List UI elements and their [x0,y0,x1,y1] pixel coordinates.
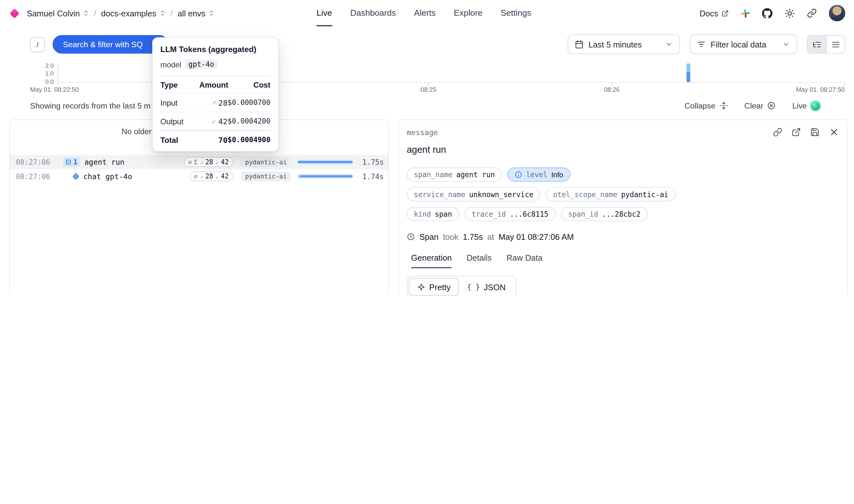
tokens-chip[interactable]: ⊘ ↗ 28 ↙ 42 [189,172,233,181]
clock-icon [407,233,415,241]
time-range-select[interactable]: Last 5 minutes [568,34,680,54]
slash-shortcut-key[interactable]: / [30,37,45,52]
filter-local-data-select[interactable]: Filter local data [690,34,797,54]
clear-button[interactable]: Clear [745,101,776,110]
col-cost: Cost [228,80,270,89]
top-nav: Samuel Colvin / docs-examples / all envs… [0,0,854,26]
span-name: chat gpt-4o [83,172,132,180]
tab-generation[interactable]: Generation [411,253,452,268]
share-link-icon[interactable] [807,8,817,18]
chevrons-up-down-icon [159,10,165,16]
breadcrumb-project[interactable]: docs-examples [101,8,166,18]
breadcrumb: Samuel Colvin / docs-examples / all envs [9,8,215,18]
span-duration-line: Span took 1.75s at May 01 08:27:06 AM [407,232,839,241]
children-count-badge[interactable]: 1 [63,157,80,167]
flat-view-button[interactable] [826,36,845,53]
tokens-chip[interactable]: ⊘ Σ ↗ 28 ↙ 42 [184,157,233,167]
json-label: JSON [484,282,506,291]
kind-chip[interactable]: kind span [407,207,459,221]
col-type: Type [161,80,196,89]
docs-link[interactable]: Docs [699,8,729,18]
duration-bar[interactable] [297,174,353,179]
x-tick-label: 08:25 [416,86,441,93]
search-filter-button[interactable]: Search & filter with SQ [53,35,168,54]
span-id-chip[interactable]: span_id ...28cbc2 [561,207,648,221]
fold-vertical-icon [719,101,728,110]
output-tokens: 42 [221,158,229,166]
scope-tag[interactable]: pydantic-ai [241,172,291,181]
slack-icon[interactable] [741,8,750,18]
nav-tab-settings[interactable]: Settings [501,0,531,26]
org-name: Samuel Colvin [27,8,80,18]
pretty-view-button[interactable]: Pretty [409,278,459,296]
service-name-chip[interactable]: service_name unknown_service [407,187,541,201]
attr-value: ...6c8115 [510,210,548,218]
docs-label: Docs [699,8,718,18]
attr-key: trace_id [472,210,506,218]
duration-bar[interactable] [297,160,353,164]
timeline-bar[interactable] [686,64,690,82]
x-tick-label: May 01. 08:22:50 [30,86,79,93]
duration-text: 1.75s [359,158,384,166]
chevrons-up-down-icon [208,10,215,16]
trace-id-chip[interactable]: trace_id ...6c8115 [465,207,556,221]
attr-key: span_id [568,210,598,218]
save-icon[interactable] [810,127,820,137]
x-axis-tick [428,83,429,85]
row-amount: 42 [218,117,228,126]
x-tick-label: 08:26 [599,86,624,93]
user-avatar[interactable] [829,5,845,21]
tooltip-title: LLM Tokens (aggregated) [161,45,271,54]
status-row: Showing records from the last 5 m Collap… [0,99,854,112]
collapse-children-icon [66,159,71,165]
detail-header-actions [773,127,839,138]
records-timeline-chart: 2.0 1.0 0.0 May 01. 08:22:50 08:25 08:26… [0,58,854,91]
chevron-down-icon [782,40,790,48]
close-icon[interactable] [829,127,839,138]
breadcrumb-org[interactable]: Samuel Colvin [27,8,89,18]
nav-tab-dashboards[interactable]: Dashboards [350,0,396,26]
detail-tabs: Generation Details Raw Data [407,253,839,268]
filter-local-data-value: Filter local data [710,40,766,49]
breadcrumb-env[interactable]: all envs [178,8,215,18]
github-icon[interactable] [762,8,773,18]
collapse-button[interactable]: Collapse [685,101,728,110]
tree-view-button[interactable] [807,36,826,53]
input-arrow-icon: ↗ [212,100,216,106]
attribute-chip-row: span_name agent run level Info [407,167,839,182]
live-toggle[interactable]: Live [792,101,820,110]
attr-value: unknown_service [469,191,533,199]
attr-value: Info [551,170,563,179]
tab-raw-data[interactable]: Raw Data [506,253,542,268]
nav-tab-alerts[interactable]: Alerts [414,0,436,26]
json-view-button[interactable]: { } JSON [459,278,514,296]
trace-row-chat-gpt-4o[interactable]: 08:27:06 chat gpt-4o ⊘ ↗ 28 ↙ 42 pydanti… [10,169,388,183]
sparkles-icon [417,283,425,291]
pretty-label: Pretty [429,282,451,291]
x-tick-label: May 01. 08:27:50 [796,86,845,93]
trace-row-agent-run[interactable]: 08:27:06 1 agent run ⊘ Σ ↗ 28 ↙ 42 pyda [10,155,388,169]
tree-connector [74,167,79,174]
status-actions: Collapse Clear Live [685,101,820,110]
level-chip[interactable]: level Info [507,167,570,182]
y-tick: 1.0 [33,70,54,76]
y-tick: 0.0 [33,78,54,85]
input-tokens: 28 [205,158,213,166]
external-link-icon [722,10,728,17]
chevrons-up-down-icon [83,10,89,16]
open-external-icon[interactable] [792,127,801,137]
row-timestamp: 08:27:06 [16,158,55,166]
otel-scope-chip[interactable]: otel_scope_name pydantic-ai [546,187,675,201]
theme-sun-icon[interactable] [784,8,795,18]
logfire-logo-icon[interactable] [10,8,20,18]
tokens-table: Type Amount Cost Input ↗28 $0.0000700 Ou… [161,75,271,149]
attr-value: span [435,210,452,218]
toolbar-right-group: Last 5 minutes Filter local data [568,34,845,54]
nav-tab-live[interactable]: Live [316,0,332,26]
nav-tab-explore[interactable]: Explore [454,0,483,26]
input-tokens: 28 [205,173,213,180]
scope-tag[interactable]: pydantic-ai [241,157,291,167]
tab-details[interactable]: Details [467,253,492,268]
copy-link-icon[interactable] [773,127,782,137]
span-name-chip[interactable]: span_name agent run [407,167,502,182]
